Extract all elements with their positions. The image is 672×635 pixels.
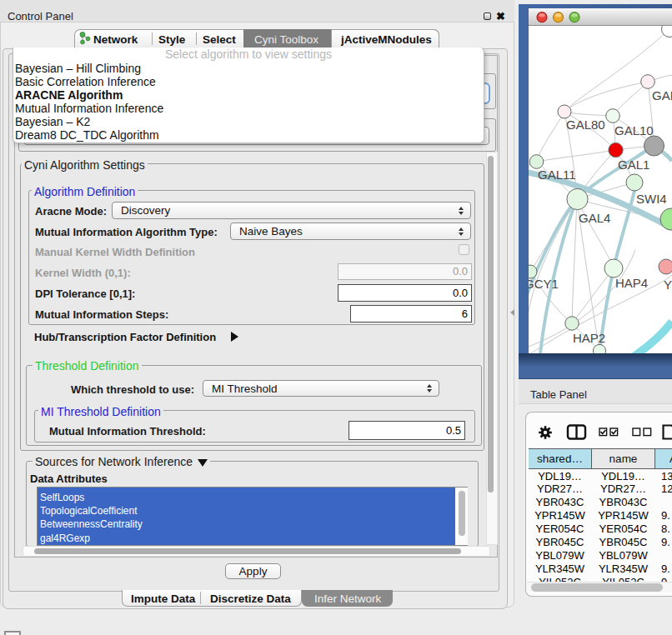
svg-text:GCY1: GCY1 [529,277,559,291]
svg-text:HAP2: HAP2 [573,331,605,345]
svg-text:HAP4: HAP4 [615,276,648,290]
svg-text:SWI4: SWI4 [636,192,667,206]
svg-text:Y: Y [664,278,672,292]
svg-text:GAL11: GAL11 [538,168,576,182]
svg-text:GAL80: GAL80 [566,118,605,132]
svg-text:GAL: GAL [652,88,672,102]
svg-text:GAL1: GAL1 [618,158,649,172]
svg-text:GAL10: GAL10 [614,123,654,138]
svg-text:GAL4: GAL4 [579,211,610,225]
